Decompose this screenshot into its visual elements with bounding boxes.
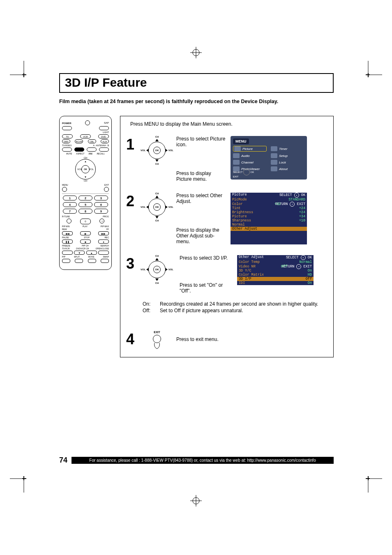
remote-bbe-label: BBE xyxy=(88,152,92,155)
page-footer: 74 For assistance, please call : 1-888-V… xyxy=(59,456,334,465)
picture-menu-osd: Picture SELECT ✦ OK PicModeSTANDARD RETU… xyxy=(231,193,307,244)
step-3-text-2: Press to set "On" or "Off". xyxy=(180,282,229,294)
remote-btn-b xyxy=(74,147,84,152)
remote-dvd-btn: DVD xyxy=(98,134,109,138)
crop-mark-tl xyxy=(10,61,30,82)
remote-rcvr-btn: RCVR xyxy=(75,139,83,143)
remote-split-btn xyxy=(75,259,83,263)
remote-prog-btn: − xyxy=(99,219,104,223)
step-1: 1 OK CHCH VOLVOL Press to select Picture… xyxy=(126,136,327,182)
remote-aux-btn: AUX xyxy=(101,139,109,143)
step-4-text: Press to exit menu. xyxy=(176,336,226,342)
page-title: 3D I/P Feature xyxy=(65,76,328,90)
remote-pip-btn xyxy=(62,259,70,263)
remote-diagram: POWERSAP LIGHT TV VCR DVD DBS RCVR CBL A… xyxy=(59,116,112,270)
remote-tv-btn: TV xyxy=(62,134,73,138)
remote-pipch-up-btn: ▲ xyxy=(86,251,97,255)
main-menu-screenshot: MENU Picture Timer Audio Setup Channel L… xyxy=(231,136,307,180)
remote-rec-btn: ● xyxy=(98,240,109,244)
remote-stop-btn: ■ xyxy=(80,240,91,244)
exit-button-icon: EXIT xyxy=(143,331,171,350)
remote-btn-c xyxy=(87,147,97,152)
step-3-number: 3 xyxy=(126,255,138,314)
footer-bar: For assistance, please call : 1-888-VIEW… xyxy=(71,457,334,464)
remote-freeze-btn xyxy=(62,251,73,255)
steps-panel: Press MENU to display the Main Menu scre… xyxy=(120,116,334,357)
step-4: 4 EXIT Press to exit menu. xyxy=(126,331,327,350)
remote-menu-label: MENU xyxy=(62,184,68,186)
crop-mark-bl xyxy=(10,473,30,494)
step-2-text-2: Press to display the Other Adjust sub-me… xyxy=(176,227,226,244)
step-4-number: 4 xyxy=(126,331,138,350)
remote-vcr-btn: VCR xyxy=(80,134,91,138)
step-1-number: 1 xyxy=(126,136,138,182)
dpad-icon: OK CHCH VOLVOL xyxy=(143,193,171,221)
remote-rtune-label: R-TUNE xyxy=(62,215,70,218)
step-2-text-1: Press to select Other Adjust. xyxy=(176,193,226,204)
remote-aspect-label: ASPECT xyxy=(76,152,84,155)
remote-sap-btn xyxy=(99,126,109,130)
remote-numpad: 123 456 789 xyxy=(63,196,108,214)
step-3-text-1: Press to select 3D I/P. xyxy=(180,255,229,261)
page-number: 74 xyxy=(59,456,67,465)
remote-power-btn xyxy=(62,126,72,130)
step-2-number: 2 xyxy=(126,193,138,244)
intro-text: Press MENU to display the Main Menu scre… xyxy=(126,121,327,127)
crop-mark-tr xyxy=(362,61,382,82)
remote-power-label: POWER xyxy=(62,122,71,124)
crop-mark-br xyxy=(362,473,382,494)
title-box: 3D I/P Feature xyxy=(59,73,334,93)
registration-mark-top xyxy=(190,47,202,60)
step-3: 3 OK CHCH VOLVOL xyxy=(126,255,327,314)
on-off-description: On:Recordings created at 24 frames per s… xyxy=(143,301,327,313)
remote-prog-label: PROG xyxy=(103,215,109,218)
remote-btn-a xyxy=(62,147,72,152)
remote-ff-btn: ▶▶ xyxy=(98,231,109,235)
other-adjust-osd: Other Adjust SELECT ✦ OK Color TempNorma… xyxy=(237,255,314,285)
remote-sap-label: SAP xyxy=(104,122,109,124)
remote-search-btn xyxy=(98,251,109,255)
remote-rew-btn: ◀◀ xyxy=(62,231,73,235)
remote-dbs-btn: DBS xyxy=(62,139,70,143)
remote-exit-label: EXIT xyxy=(104,184,109,186)
dpad-icon: OK CHCH VOLVOL xyxy=(143,255,171,284)
remote-led xyxy=(85,120,90,125)
remote-light-label: LIGHT xyxy=(62,131,109,134)
step-2: 2 OK CHCH VOLVOL Press to select Other A… xyxy=(126,193,327,244)
remote-mute-label: MUTE xyxy=(66,152,72,155)
registration-mark-bottom xyxy=(190,495,202,508)
remote-pipch-down-btn: ▼ xyxy=(74,251,85,255)
remote-cbl-btn: CBL xyxy=(88,139,96,143)
remote-menu-btn xyxy=(62,187,67,192)
subtitle: Film media (taken at 24 frames per secon… xyxy=(59,99,334,104)
remote-dpad: ▲▼ VOL VOL OK xyxy=(75,159,96,180)
remote-btn-d xyxy=(99,147,109,152)
remote-tvvideo-label: TV/VIDEO xyxy=(62,144,71,147)
step-1-text-1: Press to select Picture icon. xyxy=(176,136,226,147)
remote-ch-down-label: CH xyxy=(84,180,88,182)
remote-pause-btn: ❚❚ xyxy=(62,240,73,244)
step-1-text-2: Press to display Picture menu. xyxy=(176,170,226,182)
dpad-icon: OK CHCH VOLVOL xyxy=(143,136,171,165)
remote-swap-btn xyxy=(101,259,109,263)
remote-antenna-label: A - ANTENNA - B xyxy=(93,144,109,147)
remote-move-btn xyxy=(88,259,96,263)
remote-play-btn: ▶ xyxy=(80,231,91,235)
remote-recall-label: RECALL xyxy=(97,152,104,155)
remote-exit-btn xyxy=(104,187,109,192)
remote-rtune-btn xyxy=(67,219,71,223)
